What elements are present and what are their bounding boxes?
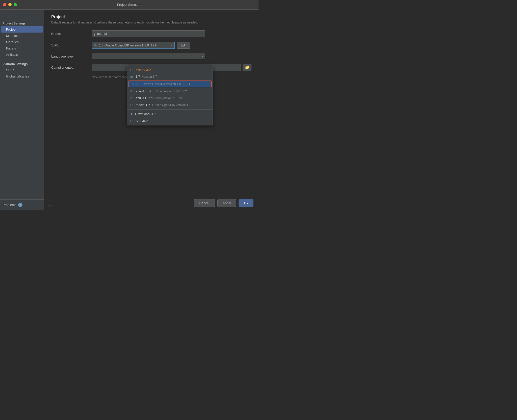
sidebar-item-sdks[interactable]: SDKs [1,67,43,73]
sdk-input-row: 🗁 1.8 Oracle OpenJDK version 1.8.0_171 ▾… [92,42,251,49]
back-arrow[interactable]: ‹ [3,13,6,18]
sdk-dropdown-trigger[interactable]: 🗁 1.8 Oracle OpenJDK version 1.8.0_171 ▾ [92,42,175,49]
main-layout: ‹ › Project Settings Project Modules Lib… [0,10,258,210]
sdk-folder-icon: 🗁 [94,43,97,47]
sdk-row: SDK: 🗁 1.8 Oracle OpenJDK version 1.8.0_… [51,42,251,49]
sidebar-item-global-libraries[interactable]: Global Libraries [1,73,43,80]
window-title: Project Structure [117,3,142,7]
problems-badge: 1 [18,203,22,207]
minimize-button[interactable] [8,3,12,6]
sdk-option-1-8[interactable]: 🗁 1.8 Oracle OpenJDK version 1.8.0_171 [128,81,212,87]
close-button[interactable] [3,3,6,6]
sidebar-item-modules[interactable]: Modules [1,33,43,39]
sdk-dropdown-value: 1.8 Oracle OpenJDK version 1.8.0_171 [99,43,171,47]
cancel-button[interactable]: Cancel [194,199,215,207]
maximize-button[interactable] [14,3,17,6]
sidebar-item-problems[interactable]: Problems 1 [0,202,44,208]
nav-back-forward: ‹ › [0,12,44,20]
sidebar-item-project[interactable]: Project [1,26,43,33]
add-jdk-icon: 🗁 [130,119,134,123]
sidebar-item-artifacts[interactable]: Artifacts [1,51,43,58]
sdk-label: SDK: [51,43,92,47]
apply-button[interactable]: Apply [217,199,236,207]
add-jdk-label: Add JDK... [136,119,151,123]
forward-arrow[interactable]: › [7,13,10,18]
download-jdk-option[interactable]: ⬇ Download JDK... [127,111,213,117]
sdk-1-8-icon: 🗁 [131,82,134,86]
sidebar-item-libraries[interactable]: Libraries [1,39,43,45]
compiler-output-folder-button[interactable]: 📁 [243,64,251,71]
edit-sdk-button[interactable]: Edit [177,42,190,49]
sdk-option-azul-1-8[interactable]: 🗁 azul-1.8 Azul Zulu version 1.8.0_402 [127,88,213,95]
language-level-row: Language level: ▾ [51,54,251,59]
ok-button[interactable]: Ok [239,199,253,207]
language-level-select[interactable]: ▾ [92,54,205,59]
azul-1-8-icon: 🗁 [130,89,134,93]
help-icon[interactable]: ? [48,201,53,206]
sdk-1-7-icon: 🗁 [130,75,134,78]
sidebar-bottom: Problems 1 [0,199,44,210]
name-row: Name: [51,30,251,37]
traffic-lights [3,3,17,6]
name-input[interactable] [92,30,205,37]
add-jdk-option[interactable]: 🗁 Add JDK... [127,117,213,124]
title-bar: Project Structure [0,0,258,10]
chevron-down-icon: ▾ [171,44,172,47]
platform-settings-label: Platform Settings [0,61,44,67]
name-control [92,30,251,37]
sidebar-item-facets[interactable]: Facets [1,45,43,51]
download-icon: ⬇ [130,112,133,116]
lang-chevron-icon: ▾ [202,55,203,58]
language-level-control: ▾ [92,54,251,59]
compiler-output-label: Compiler output: [51,66,92,69]
no-sdk-icon: 🗁 [130,68,134,72]
name-label: Name: [51,32,92,36]
sdk-option-azul-11[interactable]: 🗁 azul-11 Azul Zulu version 11.0.22 [127,95,213,101]
azul-11-icon: 🗁 [130,96,134,100]
sdk-option-no-sdk[interactable]: 🗁 <No SDK> [127,66,213,73]
dropdown-divider [127,109,213,110]
sdk-control: 🗁 1.8 Oracle OpenJDK version 1.8.0_171 ▾… [92,42,251,49]
page-title: Project [51,15,251,19]
sdk-dropdown-popup: 🗁 <No SDK> 🗁 1.7 version 1.7 🗁 1.8 Oracl… [127,65,213,125]
project-settings-label: Project Settings [0,20,44,26]
content-area: Project Default settings for all modules… [44,10,258,210]
sdk-option-oracle-1-7[interactable]: 🗁 oracle-1.7 Oracle OpenJDK version 1.7 [127,101,213,108]
oracle-1-7-icon: 🗁 [130,103,134,107]
sdk-option-1-7[interactable]: 🗁 1.7 version 1.7 [127,73,213,80]
page-desc: Default settings for all modules. Config… [51,21,251,24]
bottom-bar: Cancel Apply Ok [44,196,258,210]
download-jdk-label: Download JDK... [135,112,160,116]
sidebar: ‹ › Project Settings Project Modules Lib… [0,10,44,210]
language-level-label: Language level: [51,55,92,58]
